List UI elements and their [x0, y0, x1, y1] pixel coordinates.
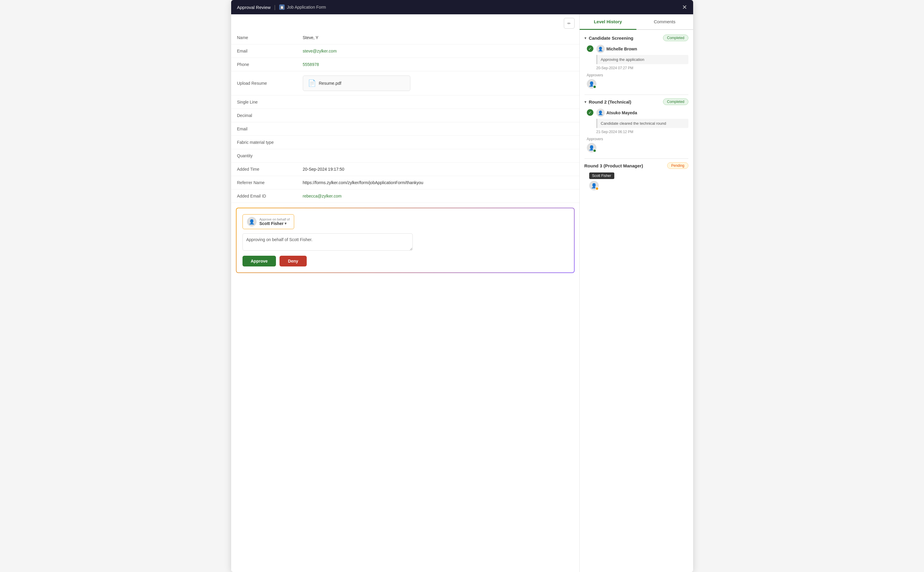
approver-circle-atsuko: 👤 — [587, 143, 597, 152]
status-badge: Completed — [663, 34, 688, 41]
timestamp-atsuko: 21-Sep-2024 06:12 PM — [597, 130, 689, 134]
field-label: Phone — [231, 58, 297, 72]
field-quantity: Quantity — [231, 149, 580, 163]
file-icon: 📄 — [308, 79, 316, 87]
tab-comments[interactable]: Comments — [636, 14, 693, 29]
approver-circle-michelle: 👤 — [587, 79, 597, 89]
edit-icon: ✏ — [567, 21, 571, 26]
field-label: Upload Resume — [231, 72, 297, 95]
section-chevron-icon: ▾ — [584, 36, 586, 40]
approver-selector[interactable]: 👤 Approve on behalf of Scott Fisher ▾ — [243, 214, 294, 229]
field-single-line: Single Line — [231, 95, 580, 109]
field-decimal: Decimal — [231, 109, 580, 122]
approve-button[interactable]: Approve — [243, 256, 276, 266]
form-table: Name Steve, Y Email steve@zylker.com Pho… — [231, 31, 580, 203]
field-value: Steve, Y — [297, 31, 580, 45]
deny-button[interactable]: Deny — [279, 256, 306, 266]
form-name: Job Application Form — [287, 5, 326, 9]
approver-info: Approve on behalf of Scott Fisher ▾ — [260, 218, 290, 226]
field-label: Fabric material type — [231, 136, 297, 149]
status-badge: Completed — [663, 98, 688, 105]
approval-section: 👤 Approve on behalf of Scott Fisher ▾ Ap… — [236, 208, 575, 273]
status-badge: Pending — [667, 162, 688, 169]
field-email2: Email — [231, 122, 580, 136]
field-label: Name — [231, 31, 297, 45]
level-title: Round 3 (Product Manager) — [584, 163, 643, 168]
field-label: Single Line — [231, 95, 297, 109]
field-label: Decimal — [231, 109, 297, 122]
approver-entry-atsuko: ✓ 👤 Atsuko Mayeda Candidate cleared the … — [584, 109, 689, 134]
green-check-dot — [593, 85, 597, 89]
field-value: https://forms.zylker.com/zylker/form/job… — [297, 176, 580, 190]
level-candidate-screening: ▾ Candidate Screening Completed ✓ 👤 Mich… — [584, 34, 689, 89]
level-title: Round 2 (Technical) — [589, 99, 631, 104]
approver-icon-row: 👤 — [584, 79, 689, 89]
approver-name: Scott Fisher ▾ — [260, 221, 290, 226]
right-panel: Level History Comments ▾ Candidate Scree… — [580, 14, 693, 572]
close-button[interactable]: ✕ — [682, 3, 687, 11]
approver-icon-row: 👤 — [584, 143, 689, 152]
field-value — [297, 122, 580, 136]
field-fabric: Fabric material type — [231, 136, 580, 149]
field-added-email: Added Email ID rebecca@zylker.com — [231, 190, 580, 203]
completed-check-icon: ✓ — [587, 109, 594, 116]
avatar-michelle: 👤 — [597, 45, 605, 53]
field-value: rebecca@zylker.com — [297, 190, 580, 203]
scott-fisher-approver-row: Scott Fisher 👤 — [584, 173, 689, 190]
field-value — [297, 95, 580, 109]
approver-name-atsuko: Atsuko Mayeda — [606, 110, 637, 115]
field-referrer: Referrer Name https://forms.zylker.com/z… — [231, 176, 580, 190]
approver-circle-scott: 👤 — [589, 181, 599, 190]
action-buttons: Approve Deny — [243, 256, 568, 266]
field-value: 5558978 — [297, 58, 580, 72]
header-divider: | — [274, 4, 276, 11]
level-title: Candidate Screening — [589, 36, 633, 40]
right-tabs: Level History Comments — [580, 14, 693, 30]
app-title: Approval Review — [237, 5, 271, 10]
timestamp-michelle: 20-Sep-2024 07:27 PM — [597, 66, 689, 70]
avatar-atsuko: 👤 — [597, 109, 605, 117]
avatar-icon: 👤 — [249, 219, 255, 225]
action-note-michelle: Approving the application — [597, 55, 689, 64]
field-value — [297, 136, 580, 149]
pending-dot — [595, 187, 599, 190]
approver-avatar: 👤 — [247, 217, 257, 227]
field-name: Name Steve, Y — [231, 31, 580, 45]
field-label: Added Email ID — [231, 190, 297, 203]
approver-entry-michelle: ✓ 👤 Michelle Brown Approving the applica… — [584, 45, 689, 70]
field-value: steve@zylker.com — [297, 45, 580, 58]
field-value: 📄 Resume.pdf — [297, 72, 580, 95]
approvers-label: Approvers — [587, 137, 689, 141]
green-check-dot — [593, 149, 597, 152]
added-email-link[interactable]: rebecca@zylker.com — [303, 194, 342, 199]
approval-comment-input[interactable]: Approving on behalf of Scott Fisher. — [243, 233, 413, 251]
level-round3-product-manager: Round 3 (Product Manager) Pending Scott … — [584, 162, 689, 190]
field-phone: Phone 5558978 — [231, 58, 580, 72]
chevron-down-icon: ▾ — [285, 221, 287, 225]
field-label: Email — [231, 45, 297, 58]
field-label: Email — [231, 122, 297, 136]
tab-level-history[interactable]: Level History — [580, 14, 636, 30]
level-history-panel: ▾ Candidate Screening Completed ✓ 👤 Mich… — [580, 30, 693, 201]
section-chevron-icon: ▾ — [584, 99, 586, 104]
field-label: Referrer Name — [231, 176, 297, 190]
field-value — [297, 149, 580, 163]
level-round2-technical: ▾ Round 2 (Technical) Completed ✓ 👤 Atsu… — [584, 98, 689, 152]
field-label: Quantity — [231, 149, 297, 163]
field-value — [297, 109, 580, 122]
form-icon: 📋 — [279, 5, 285, 10]
approve-on-behalf-label: Approve on behalf of — [260, 218, 290, 221]
edit-button[interactable]: ✏ — [564, 18, 575, 29]
approvers-label: Approvers — [587, 73, 689, 77]
form-title: 📋 Job Application Form — [279, 5, 326, 10]
action-note-atsuko: Candidate cleared the technical round — [597, 119, 689, 128]
phone-link[interactable]: 5558978 — [303, 62, 319, 67]
scott-fisher-tooltip: Scott Fisher — [589, 173, 614, 179]
field-added-time: Added Time 20-Sep-2024 19:17:50 — [231, 163, 580, 176]
field-value: 20-Sep-2024 19:17:50 — [297, 163, 580, 176]
email-link[interactable]: steve@zylker.com — [303, 49, 337, 53]
file-attachment[interactable]: 📄 Resume.pdf — [303, 76, 410, 91]
approver-name-michelle: Michelle Brown — [606, 47, 637, 51]
file-name: Resume.pdf — [319, 81, 341, 85]
field-resume: Upload Resume 📄 Resume.pdf — [231, 72, 580, 95]
